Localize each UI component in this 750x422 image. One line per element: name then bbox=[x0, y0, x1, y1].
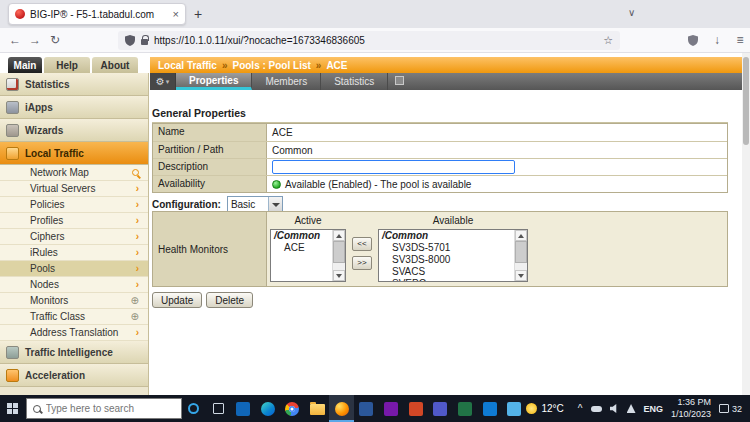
sidebar-item-ciphers[interactable]: Ciphers › bbox=[0, 229, 148, 245]
iapps-icon bbox=[6, 101, 19, 114]
action-center[interactable]: 32 bbox=[719, 404, 742, 414]
sidebar-item-network-map[interactable]: Network Map bbox=[0, 165, 148, 181]
excel-icon[interactable] bbox=[453, 395, 478, 422]
menu-icon[interactable]: ≡ bbox=[731, 28, 749, 53]
list-all-tabs-icon[interactable]: ∨ bbox=[628, 7, 635, 18]
network-map-search-icon[interactable] bbox=[132, 169, 139, 176]
new-tab-button[interactable]: + bbox=[194, 6, 202, 22]
scroll-down-icon[interactable] bbox=[515, 270, 527, 281]
tracking-protection-icon[interactable] bbox=[125, 35, 135, 46]
url-text[interactable]: https://10.1.0.11/xui/?nocache=167334683… bbox=[154, 35, 597, 46]
downloads-icon[interactable]: ↓ bbox=[708, 28, 726, 53]
expand-plus-icon[interactable]: ⊕ bbox=[131, 296, 139, 306]
list-item[interactable]: SVACS bbox=[379, 266, 527, 278]
teams-icon[interactable] bbox=[428, 395, 453, 422]
sidebar-item-local-traffic[interactable]: Local Traffic bbox=[0, 142, 148, 165]
move-to-active-button[interactable]: << bbox=[352, 237, 372, 251]
tab-properties[interactable]: Properties bbox=[176, 73, 252, 90]
language-indicator[interactable]: ENG bbox=[644, 404, 664, 414]
breadcrumb-page[interactable]: Pools : Pool List bbox=[232, 60, 310, 71]
scroll-thumb[interactable] bbox=[333, 241, 345, 263]
powerpoint-icon[interactable] bbox=[403, 395, 428, 422]
tab-help[interactable]: Help bbox=[44, 57, 90, 73]
sidebar-item-address-translation[interactable]: Address Translation › bbox=[0, 325, 148, 341]
hidden-icons-chevron-icon[interactable]: ^ bbox=[578, 403, 583, 414]
scroll-down-icon[interactable] bbox=[333, 270, 345, 281]
sidebar-item-monitors[interactable]: Monitors ⊕ bbox=[0, 293, 148, 309]
sidebar-item-iapps[interactable]: iApps bbox=[0, 96, 148, 119]
sidebar-item-irules[interactable]: iRules › bbox=[0, 245, 148, 261]
bookmark-star-icon[interactable]: ☆ bbox=[603, 34, 613, 47]
list-item[interactable]: SV3DS-5701 bbox=[379, 242, 527, 254]
edge-icon[interactable] bbox=[255, 395, 280, 422]
breadcrumb-root[interactable]: Local Traffic bbox=[158, 60, 217, 71]
outlook-icon[interactable] bbox=[231, 395, 256, 422]
clock[interactable]: 1:36 PM 1/10/2023 bbox=[671, 397, 711, 420]
active-header: Active bbox=[294, 215, 321, 229]
weather-widget[interactable]: 12°C bbox=[526, 403, 563, 414]
back-icon[interactable]: ← bbox=[6, 28, 24, 53]
url-bar[interactable]: https://10.1.0.11/xui/?nocache=167334683… bbox=[118, 31, 620, 50]
tab-close-icon[interactable]: × bbox=[173, 8, 179, 20]
sidebar-item-traffic-class[interactable]: Traffic Class ⊕ bbox=[0, 309, 148, 325]
photos-icon[interactable] bbox=[502, 395, 527, 422]
lock-icon bbox=[141, 39, 148, 45]
scroll-up-icon[interactable] bbox=[333, 230, 345, 241]
sidebar-item-virtual-servers[interactable]: Virtual Servers › bbox=[0, 181, 148, 197]
delete-button[interactable]: Delete bbox=[206, 292, 253, 308]
scroll-up-icon[interactable] bbox=[515, 230, 527, 241]
sidebar-item-wizards[interactable]: Wizards bbox=[0, 119, 148, 142]
move-to-available-button[interactable]: >> bbox=[352, 256, 372, 270]
sidebar: Statistics iApps Wizards Local Traffic N… bbox=[0, 73, 149, 395]
store-icon[interactable] bbox=[477, 395, 502, 422]
available-header: Available bbox=[433, 215, 473, 229]
expand-plus-icon[interactable]: ⊕ bbox=[131, 312, 139, 322]
list-item[interactable]: SV3DS-8000 bbox=[379, 254, 527, 266]
browser-tab[interactable]: BIG-IP® - F5-1.tabadul.com × bbox=[8, 3, 186, 25]
listbox-scrollbar[interactable] bbox=[514, 230, 527, 281]
sidebar-item-statistics[interactable]: Statistics bbox=[0, 73, 148, 96]
sidebar-item-policies[interactable]: Policies › bbox=[0, 197, 148, 213]
search-input[interactable] bbox=[46, 403, 164, 414]
scroll-thumb[interactable] bbox=[515, 241, 527, 263]
tab-main[interactable]: Main bbox=[8, 57, 42, 73]
statistics-window-icon[interactable] bbox=[395, 76, 404, 85]
firefox-icon[interactable] bbox=[329, 395, 354, 422]
sidebar-item-nodes[interactable]: Nodes › bbox=[0, 277, 148, 293]
file-explorer-icon[interactable] bbox=[305, 395, 330, 422]
sidebar-item-profiles[interactable]: Profiles › bbox=[0, 213, 148, 229]
active-monitors-listbox[interactable]: /Common ACE bbox=[270, 229, 346, 282]
description-input[interactable] bbox=[272, 160, 515, 174]
word-icon[interactable] bbox=[354, 395, 379, 422]
page-scrollbar-thumb[interactable] bbox=[743, 57, 749, 145]
start-button[interactable] bbox=[0, 395, 26, 422]
cortana-icon[interactable] bbox=[182, 395, 207, 422]
onenote-icon[interactable] bbox=[379, 395, 404, 422]
tab-about[interactable]: About bbox=[92, 57, 138, 73]
sidebar-item-pools[interactable]: Pools › bbox=[0, 261, 148, 277]
volume-icon[interactable] bbox=[610, 404, 619, 413]
taskbar-search[interactable] bbox=[26, 398, 182, 419]
select-arrow-icon bbox=[268, 197, 282, 212]
listbox-scrollbar[interactable] bbox=[332, 230, 345, 281]
list-item[interactable]: SVEPG bbox=[379, 278, 527, 282]
task-view-icon[interactable] bbox=[206, 395, 231, 422]
main-content: General Properties Name ACE Partition / … bbox=[150, 90, 742, 395]
chrome-icon[interactable] bbox=[280, 395, 305, 422]
onedrive-icon[interactable] bbox=[591, 406, 602, 412]
sidebar-item-acceleration[interactable]: Acceleration bbox=[0, 364, 148, 387]
gear-menu-button[interactable]: ⚙ ▾ bbox=[150, 73, 176, 90]
page-scrollbar[interactable] bbox=[742, 53, 750, 395]
tab-statistics[interactable]: Statistics bbox=[321, 73, 388, 90]
extension-shield-icon[interactable] bbox=[684, 28, 702, 53]
table-row: Description bbox=[153, 158, 727, 175]
reload-icon[interactable]: ↻ bbox=[46, 28, 64, 53]
tab-members[interactable]: Members bbox=[252, 73, 321, 90]
list-item[interactable]: /Common bbox=[379, 230, 527, 242]
forward-icon[interactable]: → bbox=[26, 28, 44, 53]
available-monitors-listbox[interactable]: /Common SV3DS-5701 SV3DS-8000 SVACS SVEP… bbox=[378, 229, 528, 282]
network-icon[interactable] bbox=[627, 404, 636, 413]
update-button[interactable]: Update bbox=[152, 292, 202, 308]
sidebar-item-traffic-intelligence[interactable]: Traffic Intelligence bbox=[0, 341, 148, 364]
sidebar-label: Profiles bbox=[30, 215, 63, 226]
